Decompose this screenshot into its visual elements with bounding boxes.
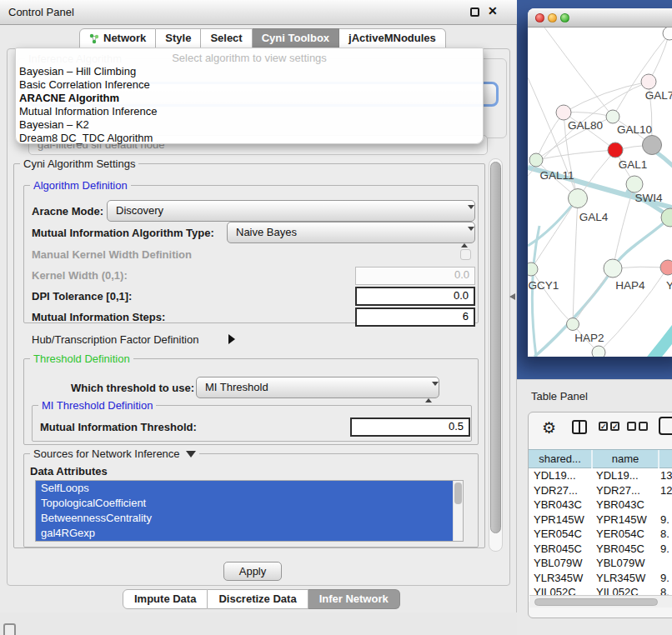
- dropdown-item-selected[interactable]: ARACNE Algorithm: [19, 92, 119, 105]
- tab-network[interactable]: Network: [79, 28, 156, 48]
- minimized-panel-icon[interactable]: [3, 623, 16, 635]
- sources-title: Sources for Network Inference: [33, 448, 180, 460]
- table-row[interactable]: YPR145WYPR145W9.: [529, 512, 672, 528]
- table-header-row: shared... name: [529, 449, 672, 468]
- node-label: SWI4: [634, 192, 662, 204]
- tab-label: Network: [103, 29, 146, 48]
- node-label: GAL7: [645, 89, 672, 102]
- threshold-definition-legend: Threshold Definition: [30, 352, 133, 365]
- deselect-all-checkboxes-icon[interactable]: [627, 422, 648, 431]
- network-window-titlebar: [528, 8, 672, 28]
- attribute-item[interactable]: TopologicalCoefficient: [36, 496, 453, 511]
- attribute-item[interactable]: SelfLoops: [36, 481, 453, 496]
- panel-title: Control Panel: [8, 6, 74, 18]
- dropdown-item[interactable]: Basic Correlation Inference: [19, 78, 150, 92]
- table-horizontal-scrollbar[interactable]: [529, 595, 672, 608]
- select-all-checkboxes-icon[interactable]: ✓✓: [599, 422, 619, 431]
- dpi-tolerance-field[interactable]: 0.0: [355, 287, 475, 306]
- node-y[interactable]: [660, 260, 672, 275]
- node-swi4[interactable]: [626, 176, 643, 192]
- dropdown-item[interactable]: Dream8 DC_TDC Algorithm: [19, 132, 153, 145]
- attribute-list-scrollbar[interactable]: [453, 481, 463, 541]
- attribute-list-scrollbar-thumb[interactable]: [454, 482, 462, 504]
- close-traffic-light-icon[interactable]: [535, 13, 544, 22]
- node-label: Y: [666, 279, 672, 292]
- node[interactable]: [592, 346, 605, 357]
- pane-splitter-arrow-icon[interactable]: [509, 293, 515, 300]
- edge: [536, 112, 564, 160]
- algorithm-definition-legend: Algorithm Definition: [30, 179, 131, 192]
- gear-icon[interactable]: ⚙: [542, 418, 556, 438]
- tab-discretize-data[interactable]: Discretize Data: [208, 589, 308, 609]
- mi-type-combo[interactable]: Naive Bayes: [227, 222, 475, 243]
- tab-jactivemnodules[interactable]: jActiveMNodules: [339, 28, 446, 48]
- dropdown-item[interactable]: Bayesian – K2: [19, 118, 89, 132]
- node-hap4[interactable]: [604, 259, 622, 278]
- tab-impute-data[interactable]: Impute Data: [123, 589, 208, 609]
- node-gal4[interactable]: [569, 189, 588, 208]
- node-gal7[interactable]: [641, 74, 656, 89]
- node-label: GCY1: [529, 279, 559, 292]
- manual-kernel-label: Manual Kernel Width Definition: [32, 248, 192, 261]
- node-gal10[interactable]: [606, 110, 619, 123]
- tab-cyni-toolbox[interactable]: Cyni Toolbox: [253, 28, 339, 48]
- data-attributes-label: Data Attributes: [30, 465, 108, 478]
- mi-steps-field[interactable]: 6: [355, 308, 475, 327]
- which-threshold-combo[interactable]: MI Threshold: [196, 377, 439, 398]
- data-attributes-list[interactable]: SelfLoops TopologicalCoefficient Between…: [35, 480, 464, 542]
- which-threshold-value: MI Threshold: [205, 381, 268, 393]
- node-gal80[interactable]: [556, 105, 571, 120]
- attribute-item[interactable]: BetweennessCentrality: [36, 511, 453, 526]
- columns-icon[interactable]: [572, 420, 587, 434]
- aracne-mode-value: Discovery: [116, 204, 163, 217]
- expand-arrow-icon[interactable]: [186, 451, 196, 458]
- table-document-icon[interactable]: [659, 417, 672, 435]
- settings-scrollbar-thumb[interactable]: [490, 162, 501, 533]
- table-row[interactable]: YBR043CYBR043C: [529, 498, 672, 512]
- attribute-item[interactable]: gal4RGexp: [36, 526, 453, 541]
- column-header-name[interactable]: name: [593, 452, 658, 465]
- aracne-mode-combo[interactable]: Discovery: [107, 200, 475, 222]
- network-icon: [89, 33, 99, 44]
- table-horizontal-scrollbar-thumb[interactable]: [534, 598, 658, 606]
- dropdown-item[interactable]: Bayesian – Hill Climbing: [19, 65, 136, 78]
- dropdown-placeholder: Select algorithm to view settings: [16, 52, 483, 64]
- table-row[interactable]: YLR345WYLR345W9.: [529, 571, 672, 586]
- node-gray[interactable]: [643, 136, 662, 155]
- node-label: GAL80: [568, 119, 603, 132]
- tab-style[interactable]: Style: [156, 28, 201, 48]
- table-row[interactable]: YBR045CYBR045C9.: [529, 542, 672, 557]
- table-row[interactable]: YDR27...YDR27...12: [529, 483, 672, 498]
- minimize-traffic-light-icon[interactable]: [548, 13, 557, 22]
- column-header-shared[interactable]: shared...: [529, 452, 591, 465]
- node-label: GAL11: [539, 169, 574, 182]
- kernel-width-field[interactable]: 0.0: [355, 267, 475, 285]
- node-hap2[interactable]: [567, 318, 579, 331]
- tab-select[interactable]: Select: [201, 28, 252, 48]
- close-icon[interactable]: ✕: [488, 4, 498, 18]
- float-window-icon[interactable]: [470, 8, 479, 17]
- table-row[interactable]: YDL19...YDL19...13: [529, 468, 672, 483]
- edge: [573, 198, 578, 324]
- zoom-traffic-light-icon[interactable]: [560, 13, 569, 22]
- edge: [613, 33, 669, 117]
- network-graph: GAL80 GAL7 GAL10 GAL1 GAL11 GAL4 SWI4 GC…: [528, 28, 672, 357]
- node-gcy1[interactable]: [528, 262, 538, 276]
- dropdown-item[interactable]: Mutual Information Inference: [19, 105, 157, 118]
- collapse-arrow-icon[interactable]: [228, 334, 235, 344]
- dpi-tolerance-label: DPI Tolerance [0,1]:: [32, 290, 132, 302]
- table-row[interactable]: YBL079WYBL079W: [529, 556, 672, 571]
- mi-type-value: Naive Bayes: [236, 226, 297, 238]
- apply-button[interactable]: Apply: [223, 562, 282, 581]
- node[interactable]: [663, 28, 672, 40]
- node-gal1-selected[interactable]: [608, 142, 623, 158]
- control-panel-window: Control Panel ✕ Network: [0, 0, 517, 612]
- tab-infer-network[interactable]: Infer Network: [308, 589, 400, 609]
- node-gal11[interactable]: [529, 153, 543, 167]
- mi-threshold-field[interactable]: 0.5: [350, 418, 470, 437]
- mi-threshold-label: Mutual Information Threshold:: [40, 421, 197, 433]
- table-row[interactable]: YER054CYER054C8.: [529, 527, 672, 542]
- mi-type-label: Mutual Information Algorithm Type:: [32, 227, 214, 239]
- network-canvas[interactable]: GAL80 GAL7 GAL10 GAL1 GAL11 GAL4 SWI4 GC…: [528, 28, 672, 357]
- manual-kernel-checkbox[interactable]: [460, 249, 471, 260]
